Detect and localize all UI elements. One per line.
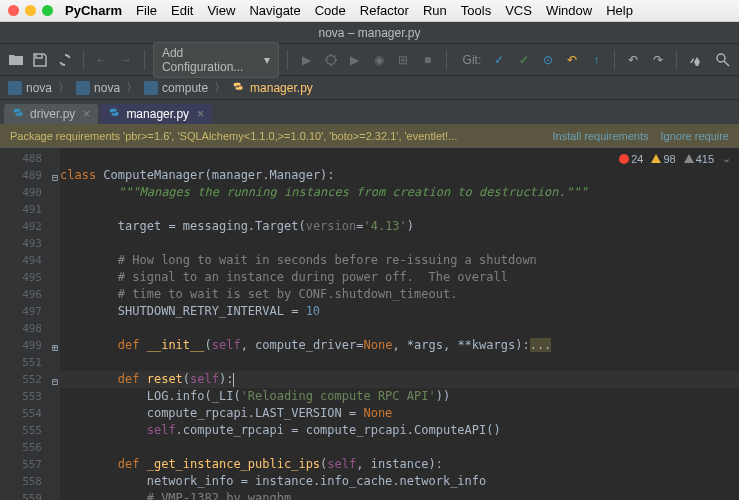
coverage-icon[interactable]: ▶	[345, 49, 365, 71]
line-number[interactable]: 494	[0, 252, 60, 269]
debug-icon[interactable]	[321, 49, 341, 71]
traffic-lights	[8, 5, 53, 16]
tab-label: driver.py	[30, 107, 75, 121]
line-number[interactable]: 551	[0, 354, 60, 371]
stop-icon[interactable]: ■	[417, 49, 437, 71]
tab-manager[interactable]: manager.py ×	[100, 104, 212, 124]
breadcrumb-item[interactable]: manager.py	[232, 81, 313, 95]
git-label: Git:	[463, 53, 482, 67]
git-push-icon[interactable]: ↑	[586, 49, 606, 71]
breadcrumb-separator: 〉	[214, 79, 226, 96]
line-number[interactable]: 498	[0, 320, 60, 337]
code-line: # signal to an instance during power off…	[60, 269, 739, 286]
back-icon[interactable]: ←	[92, 49, 112, 71]
sync-icon[interactable]	[54, 49, 74, 71]
menu-file[interactable]: File	[136, 3, 157, 18]
breadcrumb-item[interactable]: compute	[144, 81, 208, 95]
profile-icon[interactable]: ◉	[369, 49, 389, 71]
ignore-requirements-link[interactable]: Ignore require	[661, 130, 730, 142]
line-number[interactable]: 490	[0, 184, 60, 201]
code-area[interactable]: class ComputeManager(manager.Manager): "…	[60, 148, 739, 500]
fold-icon[interactable]: ⊟	[46, 169, 58, 181]
warning-icon	[651, 154, 661, 163]
close-window-button[interactable]	[8, 5, 19, 16]
line-number[interactable]: 553	[0, 388, 60, 405]
line-number[interactable]: 555	[0, 422, 60, 439]
line-number[interactable]: 554	[0, 405, 60, 422]
line-number[interactable]: 488	[0, 150, 60, 167]
menu-view[interactable]: View	[207, 3, 235, 18]
breadcrumb-item[interactable]: nova	[76, 81, 120, 95]
undo-icon[interactable]: ↶	[623, 49, 643, 71]
line-number[interactable]: 556	[0, 439, 60, 456]
menu-help[interactable]: Help	[606, 3, 633, 18]
menu-window[interactable]: Window	[546, 3, 592, 18]
open-file-icon[interactable]	[6, 49, 26, 71]
mac-menubar: PyCharm File Edit View Navigate Code Ref…	[0, 0, 739, 22]
breadcrumb-item[interactable]: nova	[8, 81, 52, 95]
run-config-dropdown[interactable]: Add Configuration... ▾	[153, 42, 280, 78]
git-history-icon[interactable]: ⊙	[538, 49, 558, 71]
menu-run[interactable]: Run	[423, 3, 447, 18]
chevron-down-icon: ▾	[264, 53, 270, 67]
code-line: """Manages the running instances from cr…	[60, 184, 739, 201]
line-number[interactable]: 497	[0, 303, 60, 320]
code-line: # time to wait is set by CONF.shutdown_t…	[60, 286, 739, 303]
close-tab-icon[interactable]: ×	[83, 107, 90, 121]
navigation-breadcrumb: nova 〉 nova 〉 compute 〉 manager.py	[0, 76, 739, 100]
search-everywhere-icon[interactable]	[713, 49, 733, 71]
git-rollback-icon[interactable]: ↶	[562, 49, 582, 71]
error-marker[interactable]: 24	[619, 153, 643, 165]
settings-icon[interactable]	[685, 49, 705, 71]
inspection-markers[interactable]: 24 98 415 ⌄	[619, 152, 731, 165]
line-number[interactable]: 559	[0, 490, 60, 500]
menu-tools[interactable]: Tools	[461, 3, 491, 18]
menu-navigate[interactable]: Navigate	[249, 3, 300, 18]
app-name[interactable]: PyCharm	[65, 3, 122, 18]
fold-icon[interactable]: ⊞	[46, 339, 58, 351]
code-line: class ComputeManager(manager.Manager):	[60, 167, 739, 184]
menu-code[interactable]: Code	[315, 3, 346, 18]
line-number[interactable]: 495	[0, 269, 60, 286]
code-line	[60, 320, 739, 337]
line-number[interactable]: 499⊞	[0, 337, 60, 354]
menu-edit[interactable]: Edit	[171, 3, 193, 18]
code-editor[interactable]: 24 98 415 ⌄ 488 489⊟ 490 491 492 493 494…	[0, 148, 739, 500]
line-number[interactable]: 496	[0, 286, 60, 303]
tab-driver[interactable]: driver.py ×	[4, 104, 98, 124]
git-update-icon[interactable]: ✓	[489, 49, 509, 71]
minimize-window-button[interactable]	[25, 5, 36, 16]
breadcrumb-separator: 〉	[126, 79, 138, 96]
concurrency-icon[interactable]: ⊞	[393, 49, 413, 71]
line-number[interactable]: 491	[0, 201, 60, 218]
toolbar-separator	[446, 50, 447, 70]
git-commit-icon[interactable]: ✓	[513, 49, 533, 71]
code-line: # How long to wait in seconds before re-…	[60, 252, 739, 269]
toolbar-separator	[676, 50, 677, 70]
menu-vcs[interactable]: VCS	[505, 3, 532, 18]
menu-refactor[interactable]: Refactor	[360, 3, 409, 18]
redo-icon[interactable]: ↷	[648, 49, 668, 71]
line-number[interactable]: 557	[0, 456, 60, 473]
line-number[interactable]: 558	[0, 473, 60, 490]
code-line: compute_rpcapi.LAST_VERSION = None	[60, 405, 739, 422]
fold-icon[interactable]: ⊟	[46, 373, 58, 385]
maximize-window-button[interactable]	[42, 5, 53, 16]
warning-marker[interactable]: 98	[651, 153, 675, 165]
expand-inspections-icon[interactable]: ⌄	[722, 152, 731, 165]
run-icon[interactable]: ▶	[296, 49, 316, 71]
forward-icon[interactable]: →	[116, 49, 136, 71]
line-number[interactable]: 552⊟	[0, 371, 60, 388]
line-number[interactable]: 489⊟	[0, 167, 60, 184]
install-requirements-link[interactable]: Install requirements	[553, 130, 649, 142]
code-line	[60, 354, 739, 371]
editor-gutter[interactable]: 488 489⊟ 490 491 492 493 494 495 496 497…	[0, 148, 60, 500]
notification-text: Package requirements 'pbr>=1.6', 'SQLAlc…	[10, 130, 541, 142]
line-number[interactable]: 492	[0, 218, 60, 235]
save-all-icon[interactable]	[30, 49, 50, 71]
python-file-icon	[12, 107, 26, 121]
weak-warning-marker[interactable]: 415	[684, 153, 714, 165]
line-number[interactable]: 493	[0, 235, 60, 252]
close-tab-icon[interactable]: ×	[197, 107, 204, 121]
code-line: def _get_instance_public_ips(self, insta…	[60, 456, 739, 473]
